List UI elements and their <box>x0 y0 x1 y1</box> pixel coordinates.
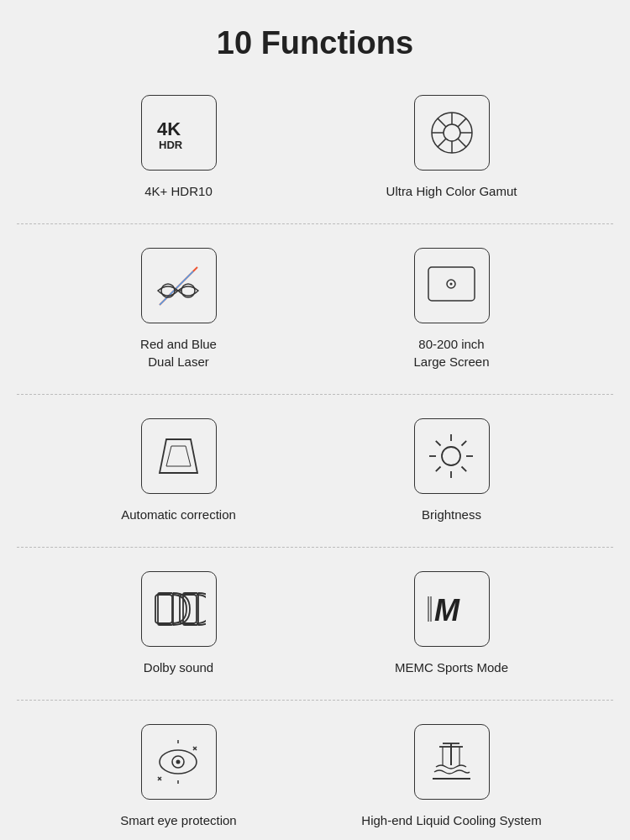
dual-laser-icon <box>141 248 217 323</box>
color-gamut-label: Ultra High Color Gamut <box>386 182 517 200</box>
svg-point-22 <box>442 447 460 465</box>
svg-line-27 <box>436 440 441 445</box>
divider-4 <box>17 700 613 701</box>
divider-3 <box>17 547 613 548</box>
svg-point-40 <box>176 759 181 764</box>
svg-text:HDR: HDR <box>159 139 183 151</box>
auto-correction-icon <box>141 418 217 494</box>
svg-rect-31 <box>158 593 173 625</box>
memc-icon: M <box>414 571 490 647</box>
dual-laser-label: Red and BlueDual Laser <box>140 335 217 370</box>
divider-1 <box>17 223 613 224</box>
feature-brightness: Brightness <box>360 418 544 523</box>
eye-protection-label: Smart eye protection <box>120 811 236 829</box>
feature-row-4: Dolby sound M MEMC Sports Mode <box>17 563 613 691</box>
svg-line-29 <box>462 440 467 445</box>
feature-large-screen: 80-200 inchLarge Screen <box>360 248 544 370</box>
svg-marker-21 <box>166 446 191 466</box>
large-screen-label: 80-200 inchLarge Screen <box>413 335 489 370</box>
brightness-icon <box>414 418 490 494</box>
svg-marker-20 <box>160 439 197 473</box>
feature-row-5: Smart eye protection High-end Liquid Coo <box>17 716 613 840</box>
dolby-sound-label: Dolby sound <box>144 659 213 676</box>
feature-liquid-cooling: High-end Liquid Cooling System <box>360 724 544 829</box>
svg-text:M: M <box>434 593 460 627</box>
page-title: 10 Functions <box>217 25 413 61</box>
eye-protection-icon <box>141 724 217 800</box>
large-screen-icon <box>414 248 490 323</box>
svg-line-28 <box>462 466 467 471</box>
svg-line-13 <box>160 271 193 305</box>
liquid-cooling-label: High-end Liquid Cooling System <box>361 811 541 829</box>
svg-text:4K: 4K <box>157 118 181 139</box>
svg-line-30 <box>436 466 441 471</box>
svg-line-9 <box>458 139 466 147</box>
liquid-cooling-icon <box>414 724 490 800</box>
svg-line-11 <box>437 139 445 147</box>
divider-2 <box>17 394 613 395</box>
feature-row-1: 4K HDR 4K+ HDR10 Ultra High Color <box>17 87 613 215</box>
auto-correction-label: Automatic correction <box>121 506 236 523</box>
feature-4k-hdr: 4K HDR 4K+ HDR10 <box>87 95 271 200</box>
memc-label: MEMC Sports Mode <box>395 659 508 676</box>
feature-dual-laser: Red and BlueDual Laser <box>87 248 271 370</box>
color-gamut-icon <box>414 95 490 171</box>
svg-line-8 <box>437 118 445 127</box>
feature-color-gamut: Ultra High Color Gamut <box>360 95 544 200</box>
feature-row-2: Red and BlueDual Laser 80-200 inchLarge … <box>17 239 613 386</box>
4k-hdr-label: 4K+ HDR10 <box>144 182 212 200</box>
feature-memc: M MEMC Sports Mode <box>360 571 544 676</box>
4k-hdr-icon: 4K HDR <box>141 95 217 171</box>
brightness-label: Brightness <box>422 506 481 523</box>
svg-line-10 <box>458 118 466 127</box>
dolby-sound-icon <box>141 571 217 647</box>
feature-row-3: Automatic correction Brightness <box>17 410 613 538</box>
svg-point-19 <box>450 282 453 285</box>
feature-eye-protection: Smart eye protection <box>87 724 271 829</box>
feature-auto-correction: Automatic correction <box>87 418 271 523</box>
feature-dolby-sound: Dolby sound <box>87 571 271 676</box>
